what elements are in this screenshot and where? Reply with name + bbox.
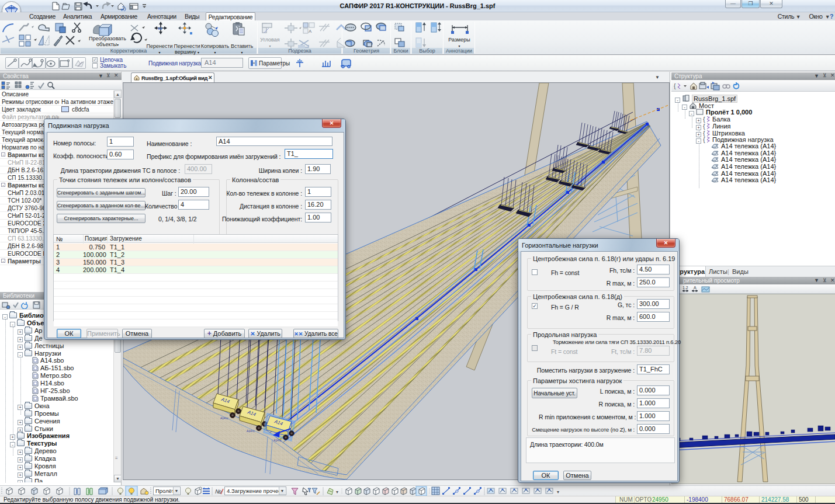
svg-text:XY: XY — [158, 27, 162, 30]
svg-text:A: A — [694, 286, 697, 290]
svg-text:№: № — [215, 488, 221, 495]
svg-text:▾: ▾ — [557, 489, 559, 495]
svg-text:A: A — [309, 29, 312, 34]
svg-text:A14тс: A14тс — [220, 416, 228, 420]
svg-text:▾: ▾ — [336, 489, 338, 495]
svg-text:A14тс: A14тс — [247, 429, 255, 433]
svg-text:A14тс: A14тс — [273, 439, 282, 442]
svg-text:{: { — [674, 83, 676, 89]
svg-text:1.2: 1.2 — [682, 286, 688, 290]
